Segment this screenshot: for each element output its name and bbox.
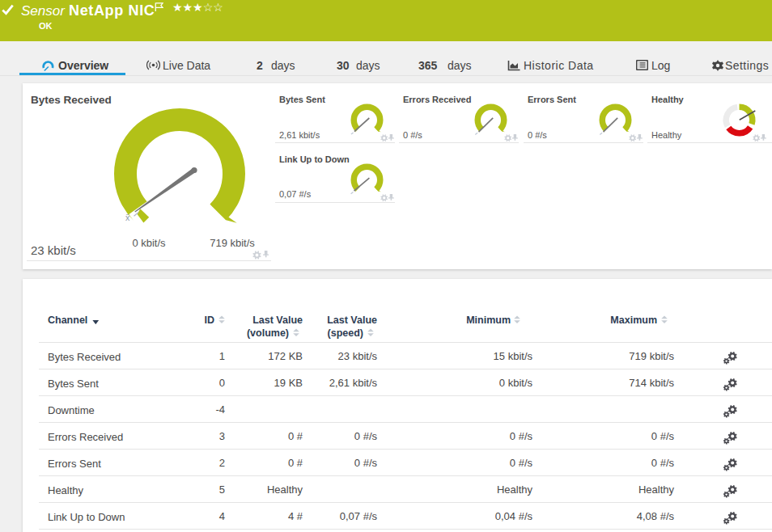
svg-text:x̄: x̄	[125, 213, 130, 222]
